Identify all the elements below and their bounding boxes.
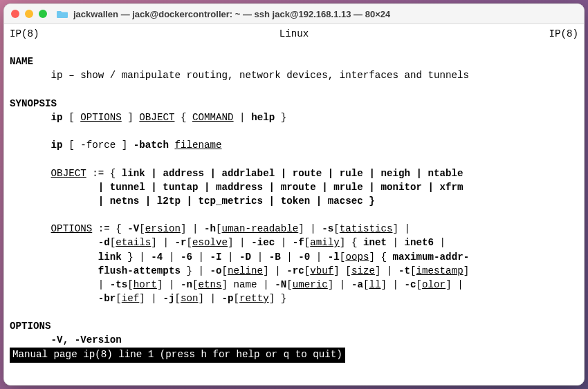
options-label: OPTIONS bbox=[51, 223, 93, 234]
close-button[interactable] bbox=[11, 10, 19, 18]
section-synopsis: SYNOPSIS bbox=[10, 98, 57, 109]
pager-statusline: Manual page ip(8) line 1 (press h for he… bbox=[10, 348, 345, 363]
maximize-button[interactable] bbox=[39, 10, 47, 18]
man-header-left: IP(8) bbox=[10, 27, 39, 41]
section-options: OPTIONS bbox=[10, 321, 51, 332]
folder-icon bbox=[57, 10, 68, 18]
window-title: jackwallen — jack@dockercontroller: ~ — … bbox=[73, 9, 390, 19]
terminal-window: jackwallen — jack@dockercontroller: ~ — … bbox=[3, 3, 585, 386]
man-header: IP(8)LinuxIP(8) bbox=[10, 27, 578, 41]
name-line: ip – show / manipulate routing, network … bbox=[51, 70, 470, 81]
options-first: -V, -Version bbox=[51, 334, 122, 345]
object-label: OBJECT bbox=[51, 168, 86, 179]
man-header-right: IP(8) bbox=[549, 27, 578, 41]
section-name: NAME bbox=[10, 56, 33, 67]
minimize-button[interactable] bbox=[25, 10, 33, 18]
terminal-content[interactable]: IP(8)LinuxIP(8) NAME ip – show / manipul… bbox=[4, 24, 584, 385]
man-header-center: Linux bbox=[279, 27, 309, 41]
titlebar: jackwallen — jack@dockercontroller: ~ — … bbox=[4, 4, 584, 24]
traffic-lights bbox=[11, 10, 47, 18]
